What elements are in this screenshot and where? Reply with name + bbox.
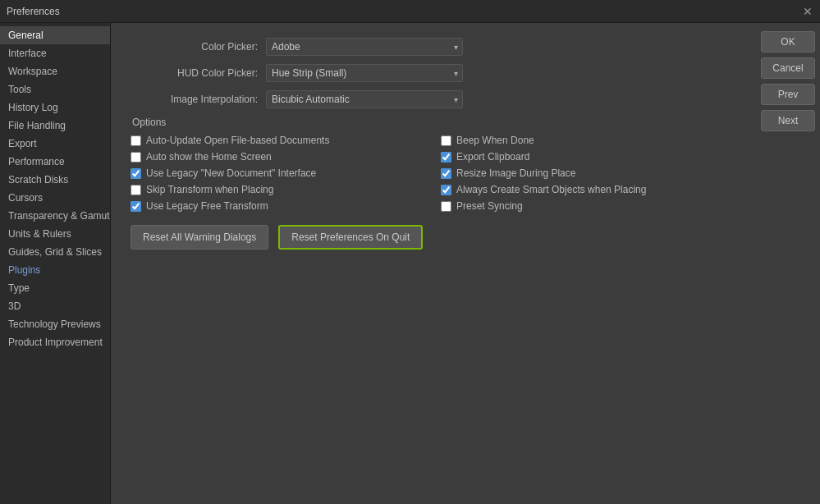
sidebar-item-plugins[interactable]: Plugins (0, 261, 110, 279)
checkbox-row-skip-transform: Skip Transform when Placing (131, 184, 424, 195)
hud-color-picker-select-wrapper: Hue Strip (Small)Hue Strip (Medium)Hue S… (266, 64, 463, 82)
ok-button[interactable]: OK (761, 31, 815, 53)
checkbox-row-beep-when-done: Beep When Done (441, 135, 735, 146)
checkbox-label-beep-when-done: Beep When Done (456, 135, 534, 146)
prev-button[interactable]: Prev (761, 84, 815, 105)
checkbox-row-use-legacy-new: Use Legacy "New Document" Interface (131, 167, 424, 179)
sidebar-item-transparency-gamut[interactable]: Transparency & Gamut (0, 207, 110, 225)
checkbox-label-always-smart: Always Create Smart Objects when Placing (456, 184, 646, 195)
sidebar-item-history-log[interactable]: History Log (0, 99, 110, 117)
sidebar-item-file-handling[interactable]: File Handling (0, 117, 110, 135)
sidebar-item-interface[interactable]: Interface (0, 44, 110, 62)
buttons-panel: OK Cancel Prev Next (754, 23, 820, 504)
sidebar-item-type[interactable]: Type (0, 279, 110, 297)
options-title: Options (132, 117, 735, 128)
checkbox-use-legacy-new[interactable] (131, 168, 141, 179)
title-bar: Preferences ✕ (0, 0, 820, 23)
checkbox-row-always-smart: Always Create Smart Objects when Placing (441, 184, 735, 195)
checkbox-row-preset-syncing: Preset Syncing (441, 200, 735, 212)
main-layout: GeneralInterfaceWorkspaceToolsHistory Lo… (0, 23, 820, 504)
color-picker-row: Color Picker: AdobeWindows (131, 38, 735, 56)
next-button[interactable]: Next (761, 110, 815, 131)
image-interpolation-label: Image Interpolation: (131, 94, 258, 105)
image-interpolation-select-wrapper: Bicubic AutomaticNearest NeighborBilinea… (266, 90, 463, 108)
checkbox-row-use-legacy-free: Use Legacy Free Transform (131, 200, 424, 212)
sidebar-item-workspace[interactable]: Workspace (0, 62, 110, 80)
hud-color-picker-row: HUD Color Picker: Hue Strip (Small)Hue S… (131, 64, 735, 82)
checkbox-export-clipboard[interactable] (441, 152, 451, 163)
sidebar-item-scratch-disks[interactable]: Scratch Disks (0, 171, 110, 189)
checkbox-row-auto-home: Auto show the Home Screen (131, 151, 424, 163)
color-picker-select-wrapper: AdobeWindows (266, 38, 463, 56)
color-picker-select[interactable]: AdobeWindows (266, 38, 463, 56)
action-buttons-row: Reset All Warning Dialogs Reset Preferen… (131, 225, 735, 250)
checkbox-label-auto-update: Auto-Update Open File-based Documents (146, 135, 329, 146)
checkbox-row-auto-update: Auto-Update Open File-based Documents (131, 135, 424, 146)
checkbox-row-export-clipboard: Export Clipboard (441, 151, 735, 163)
hud-color-picker-select[interactable]: Hue Strip (Small)Hue Strip (Medium)Hue S… (266, 64, 463, 82)
sidebar-item-tools[interactable]: Tools (0, 80, 110, 99)
checkbox-beep-when-done[interactable] (441, 135, 451, 146)
checkbox-label-use-legacy-new: Use Legacy "New Document" Interface (146, 167, 316, 179)
sidebar-item-technology-previews[interactable]: Technology Previews (0, 315, 110, 333)
sidebar-item-3d[interactable]: 3D (0, 297, 110, 315)
checkbox-label-export-clipboard: Export Clipboard (456, 151, 529, 163)
checkbox-always-smart[interactable] (441, 185, 451, 195)
cancel-button[interactable]: Cancel (761, 57, 815, 79)
checkbox-use-legacy-free[interactable] (131, 201, 141, 212)
checkbox-row-resize-image: Resize Image During Place (441, 167, 735, 179)
content-area: Color Picker: AdobeWindows HUD Color Pic… (111, 23, 754, 504)
sidebar-item-cursors[interactable]: Cursors (0, 189, 110, 207)
sidebar-item-general[interactable]: General (0, 26, 110, 44)
checkbox-preset-syncing[interactable] (441, 201, 451, 212)
hud-color-picker-label: HUD Color Picker: (131, 67, 258, 79)
sidebar-item-units-rulers[interactable]: Units & Rulers (0, 225, 110, 243)
image-interpolation-select[interactable]: Bicubic AutomaticNearest NeighborBilinea… (266, 90, 463, 108)
checkbox-label-preset-syncing: Preset Syncing (456, 200, 523, 212)
options-grid: Auto-Update Open File-based DocumentsBee… (131, 135, 735, 212)
sidebar-item-product-improvement[interactable]: Product Improvement (0, 333, 110, 351)
sidebar-item-performance[interactable]: Performance (0, 153, 110, 171)
options-section: Options Auto-Update Open File-based Docu… (131, 117, 735, 212)
checkbox-label-skip-transform: Skip Transform when Placing (146, 184, 273, 195)
color-picker-label: Color Picker: (131, 41, 258, 53)
dialog-title: Preferences (7, 6, 60, 17)
checkbox-auto-update[interactable] (131, 135, 141, 146)
checkbox-label-auto-home: Auto show the Home Screen (146, 151, 272, 163)
checkbox-label-use-legacy-free: Use Legacy Free Transform (146, 200, 268, 212)
checkbox-auto-home[interactable] (131, 152, 141, 163)
image-interpolation-row: Image Interpolation: Bicubic AutomaticNe… (131, 90, 735, 108)
sidebar: GeneralInterfaceWorkspaceToolsHistory Lo… (0, 23, 111, 504)
checkbox-skip-transform[interactable] (131, 185, 141, 195)
sidebar-item-guides-grid-slices[interactable]: Guides, Grid & Slices (0, 243, 110, 261)
reset-prefs-button[interactable]: Reset Preferences On Quit (278, 225, 423, 250)
sidebar-item-export[interactable]: Export (0, 135, 110, 153)
reset-warning-button[interactable]: Reset All Warning Dialogs (131, 225, 268, 250)
checkbox-label-resize-image: Resize Image During Place (456, 167, 575, 179)
close-button[interactable]: ✕ (802, 6, 813, 17)
checkbox-resize-image[interactable] (441, 168, 451, 179)
